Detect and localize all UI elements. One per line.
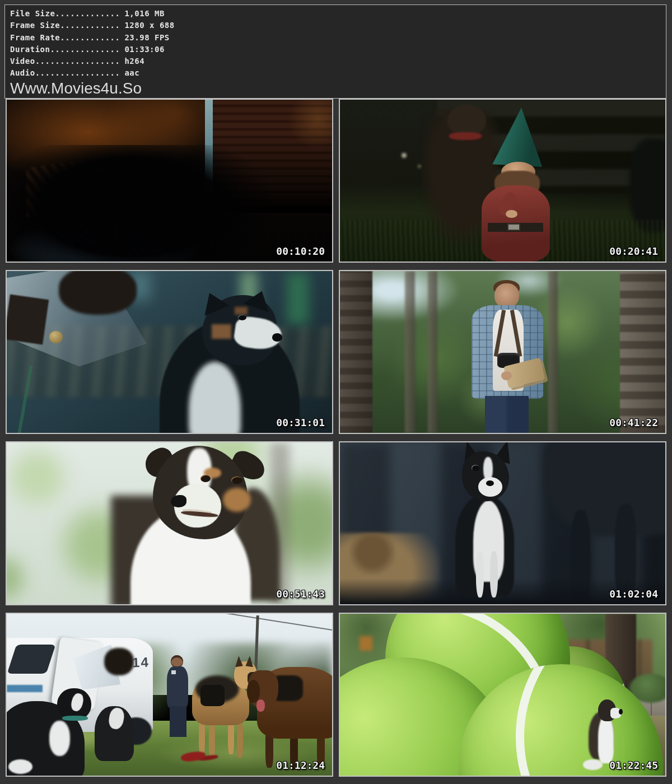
info-value: 1280 x 688 (120, 21, 174, 30)
timestamp: 01:12:24 (276, 760, 325, 771)
thumbnail-aussie-barn: 00:31:01 (6, 270, 333, 434)
info-row-duration: Duration..............01:33:06 (10, 44, 660, 55)
dog-white-chest (598, 716, 614, 763)
info-label: Frame Rate............ (10, 33, 120, 42)
cone-dog-head (59, 270, 137, 315)
info-value: 01:33:06 (120, 45, 164, 54)
info-label: Frame Size............ (10, 21, 120, 30)
timestamp: 00:31:01 (276, 417, 325, 428)
info-value: h264 (120, 57, 144, 66)
dark-dog-silhouette (6, 145, 273, 263)
gnome-belt-buckle (507, 223, 520, 231)
terrier-head (447, 105, 487, 136)
pine-trunk-right (620, 271, 666, 433)
timestamp: 00:20:41 (609, 246, 658, 257)
collie-white-chest (49, 721, 71, 757)
aussie-dog-sitting (589, 699, 621, 767)
timestamp: 00:41:22 (609, 417, 658, 428)
tan-cheek (223, 488, 250, 512)
gnome-hand (506, 210, 517, 218)
terrier-front-leg (476, 551, 484, 598)
thumbnail-tennis-balls: 01:22:45 (339, 613, 666, 777)
k9-harness (200, 685, 225, 706)
cone-dog-head (104, 648, 133, 675)
collie-teal-collar (62, 716, 88, 721)
van-number: 14 (132, 656, 150, 670)
thumbnail-aussie-closeup: 00:51:43 (6, 441, 333, 605)
info-row-file-size: File Size.............1,016 MB (10, 8, 660, 20)
aussie-tan-patch (212, 324, 231, 339)
timestamp: 00:10:20 (276, 246, 325, 257)
tan-dog-face (349, 533, 395, 575)
thin-tree-trunk (428, 271, 437, 433)
thin-tree-trunk (405, 271, 414, 433)
info-label: Audio................. (10, 68, 120, 77)
handler-legs (170, 706, 186, 737)
aussie-tan-patch (235, 307, 248, 315)
deer-statue-silhouette (629, 138, 666, 232)
red-collar (449, 132, 482, 140)
collar-tag (49, 331, 63, 343)
timestamp: 01:02:04 (609, 589, 658, 600)
info-row-video: Video.................h264 (10, 55, 660, 67)
collar-strap (6, 295, 49, 345)
thumbnail-dog-gnome: 00:20:41 (339, 99, 666, 263)
black-nose (171, 495, 186, 507)
terrier-front-leg (490, 551, 498, 598)
media-info-panel: File Size.............1,016 MB Frame Siz… (4, 4, 666, 99)
info-value: 1,016 MB (120, 9, 164, 18)
info-label: File Size............. (10, 9, 120, 18)
info-label: Video................. (10, 57, 120, 66)
handler-badge (171, 670, 176, 674)
man-face (494, 283, 519, 309)
info-row-frame-size: Frame Size............1280 x 688 (10, 20, 660, 31)
green-pillar-blur (287, 273, 310, 324)
van-blue-stripe (7, 685, 43, 692)
thumbnail-dark-garage: 00:10:20 (6, 99, 333, 263)
info-label: Duration.............. (10, 45, 120, 54)
site-watermark: Www.Movies4u.So (10, 80, 660, 97)
timestamp: 00:51:43 (276, 589, 325, 600)
bloodhound-tongue (256, 699, 265, 712)
info-value: aac (120, 68, 139, 77)
aussie-eye (231, 477, 242, 484)
dog-nose (619, 709, 623, 715)
thin-tree-trunk (548, 271, 558, 433)
info-row-frame-rate: Frame Rate............23.98 FPS (10, 32, 660, 44)
orange-window-light (360, 636, 372, 651)
timestamp: 01:22:45 (609, 760, 658, 771)
thumbnail-boston-terrier: 01:02:04 (339, 441, 666, 605)
pine-trunk-left (339, 271, 372, 433)
info-value: 23.98 FPS (120, 33, 169, 42)
thumbnail-k9-van: 14 01:12:24 (6, 613, 333, 777)
info-row-audio: Audio.................aac (10, 67, 660, 79)
jeans (485, 396, 529, 433)
bloodhound-ear (247, 680, 260, 702)
aussie-nose (272, 333, 283, 341)
aussie-eye (238, 315, 246, 320)
handler-uniform (167, 666, 188, 708)
thumbnail-man-forest: 00:41:22 (339, 270, 666, 434)
screenshot-grid: 00:10:20 00:20:41 (6, 99, 666, 777)
